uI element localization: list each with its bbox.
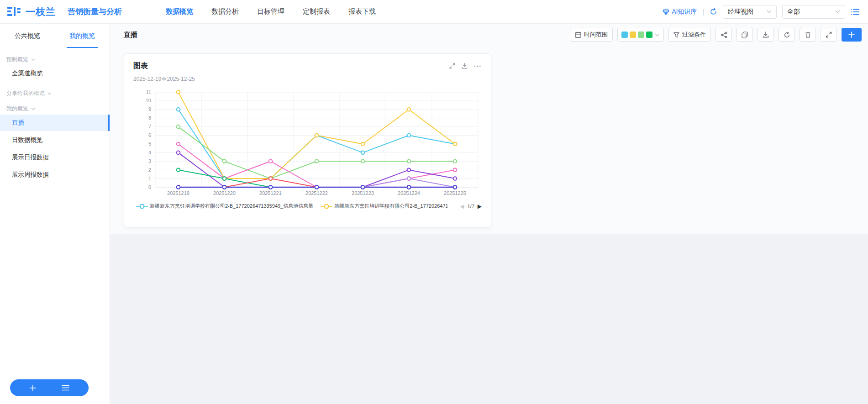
funnel-icon (673, 32, 679, 38)
copy-icon (742, 31, 748, 38)
group-label-text: 预制概览 (6, 56, 28, 63)
chevron-down-icon (767, 10, 772, 13)
sidebar-group-label-0[interactable]: 预制概览 (6, 56, 110, 63)
scope-select[interactable]: 全部 (782, 5, 845, 19)
palette-swatch-2 (638, 31, 644, 38)
download-icon[interactable] (462, 63, 468, 69)
trash-icon (805, 31, 811, 38)
palette-swatch-3 (646, 31, 652, 38)
ai-knowledge-link[interactable]: AI知识库 (663, 8, 697, 16)
legend-label: 新疆新东方烹饪培训学校有限公司2-B_1772026471335949_信息池信… (150, 203, 313, 210)
calendar-icon (575, 31, 581, 38)
svg-text:3: 3 (148, 158, 151, 164)
legend-item-1[interactable]: 新疆新东方烹饪培训学校有限公司2-B_1772026471335949_总对话数 (321, 203, 447, 210)
app-title: 营销衡量与分析 (68, 6, 122, 17)
card-date-range: 2025-12-19至2025-12-25 (133, 75, 482, 83)
line-chart-container: 0123456789101120251219202512202025122120… (133, 88, 482, 203)
share-button[interactable] (715, 28, 732, 42)
svg-text:20251219: 20251219 (167, 190, 189, 196)
svg-text:1: 1 (148, 176, 151, 181)
legend-marker-icon (321, 204, 332, 209)
svg-text:5: 5 (148, 141, 151, 147)
sidebar: 公共概览我的概览 预制概览全渠道概览分享给我的概览我的概览直播日数据概览展示日报… (0, 24, 110, 404)
legend-prev-icon[interactable]: ◀ (460, 203, 464, 210)
top-navbar: 一枝兰 营销衡量与分析 数据概览数据分析目标管理定制报表报表下载 AI知识库 | (0, 0, 868, 24)
sidebar-item-2-3[interactable]: 展示周报数据 (0, 167, 110, 183)
filter-button[interactable]: 过滤条件 (668, 28, 711, 42)
delete-button[interactable] (800, 28, 816, 42)
svg-text:20251225: 20251225 (444, 190, 466, 196)
sidebar-tab-0[interactable]: 公共概览 (0, 24, 55, 48)
group-label-text: 我的概览 (6, 105, 28, 113)
primary-nav: 数据概览数据分析目标管理定制报表报表下载 (166, 7, 376, 16)
chevron-down-icon (47, 92, 52, 95)
expand-icon[interactable] (449, 63, 455, 69)
sidebar-item-0-0[interactable]: 全渠道概览 (0, 65, 110, 82)
legend-pager: ◀ 1/7 ▶ (460, 203, 482, 210)
add-chart-button[interactable] (842, 28, 862, 42)
share-icon (721, 31, 727, 38)
nav-tab-1[interactable]: 数据分析 (211, 7, 239, 16)
time-range-button[interactable]: 时间范围 (570, 28, 613, 42)
download-icon (763, 31, 769, 38)
chart-card: 图表 ··· 2025-12-19至2025-12-25 (124, 53, 491, 228)
palette-swatch-0 (621, 31, 628, 38)
brand-logo-text: 一枝兰 (26, 5, 56, 18)
nav-tab-2[interactable]: 目标管理 (257, 7, 284, 16)
page-title: 直播 (124, 31, 137, 39)
sidebar-group-label-1[interactable]: 分享给我的概览 (6, 89, 110, 97)
chevron-down-icon (835, 10, 840, 13)
list-layout-icon[interactable] (851, 8, 860, 16)
download-button[interactable] (758, 28, 774, 42)
menu-icon[interactable] (62, 385, 69, 391)
refresh-button[interactable] (779, 28, 795, 42)
svg-text:20251221: 20251221 (259, 190, 282, 196)
palette-swatch-1 (630, 31, 636, 38)
copy-button[interactable] (736, 28, 753, 42)
legend-page-indicator: 1/7 (467, 204, 474, 209)
fullscreen-icon (826, 31, 832, 38)
svg-text:8: 8 (148, 115, 151, 121)
legend-label: 新疆新东方烹饪培训学校有限公司2-B_1772026471335949_总对话数 (334, 203, 447, 210)
more-icon[interactable]: ··· (474, 63, 482, 70)
svg-text:4: 4 (148, 150, 151, 155)
svg-text:6: 6 (148, 132, 151, 138)
palette-select[interactable] (617, 28, 664, 42)
legend-marker-icon (136, 204, 148, 209)
line-chart: 0123456789101120251219202512202025122120… (133, 88, 483, 203)
svg-text:20251220: 20251220 (213, 190, 236, 196)
refresh-icon (784, 31, 790, 38)
svg-text:2: 2 (148, 167, 151, 173)
legend-item-0[interactable]: 新疆新东方烹饪培训学校有限公司2-B_1772026471335949_信息池信… (136, 203, 313, 210)
chevron-down-icon (31, 108, 35, 110)
sidebar-action-pill[interactable] (10, 379, 89, 396)
svg-text:20251222: 20251222 (305, 190, 328, 196)
legend-next-icon[interactable]: ▶ (478, 203, 482, 210)
group-label-text: 分享给我的概览 (6, 89, 45, 97)
sidebar-item-2-2[interactable]: 展示日报数据 (0, 149, 110, 166)
empty-area (110, 234, 868, 404)
sidebar-tab-1[interactable]: 我的概览 (55, 24, 110, 48)
sidebar-item-2-0[interactable]: 直播 (0, 115, 110, 131)
svg-text:20251223: 20251223 (352, 190, 374, 196)
sidebar-item-2-1[interactable]: 日数据概览 (0, 132, 110, 148)
nav-tab-3[interactable]: 定制报表 (303, 7, 330, 16)
plus-icon (848, 31, 855, 38)
fullscreen-button[interactable] (821, 28, 837, 42)
card-title: 图表 (133, 61, 148, 71)
brand-logo-icon (7, 6, 21, 17)
nav-tab-4[interactable]: 报表下载 (348, 7, 376, 16)
sidebar-groups: 预制概览全渠道概览分享给我的概览我的概览直播日数据概览展示日报数据展示周报数据 (0, 48, 110, 183)
add-icon[interactable] (29, 384, 37, 392)
ai-knowledge-label: AI知识库 (672, 8, 697, 16)
sidebar-tabs: 公共概览我的概览 (0, 24, 110, 48)
navbar-right: AI知识库 | 经理视图 全部 (663, 5, 860, 19)
view-select[interactable]: 经理视图 (723, 5, 777, 19)
nav-tab-0[interactable]: 数据概览 (166, 7, 193, 16)
refresh-icon[interactable] (710, 8, 717, 16)
filter-label: 过滤条件 (682, 31, 706, 39)
chart-legend: 新疆新东方烹饪培训学校有限公司2-B_1772026471335949_信息池信… (133, 203, 482, 210)
sidebar-group-label-2[interactable]: 我的概览 (6, 105, 110, 113)
chevron-down-icon (31, 58, 35, 61)
chevron-down-icon (655, 33, 660, 37)
